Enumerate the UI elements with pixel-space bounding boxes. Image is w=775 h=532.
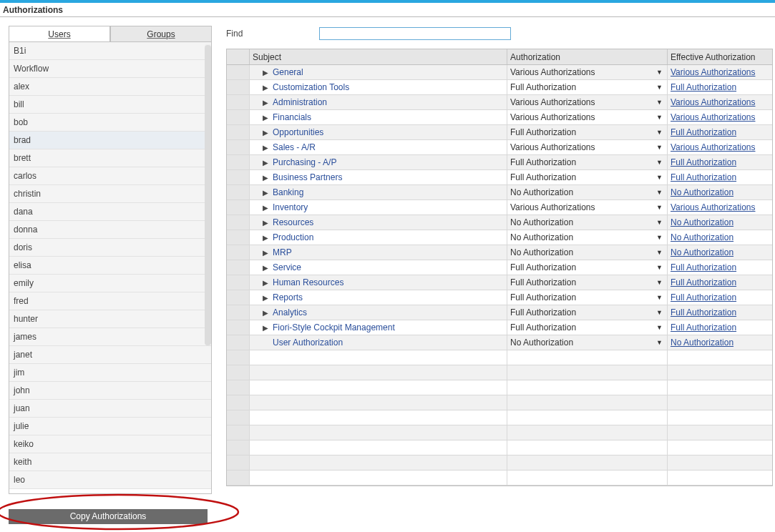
scrollbar[interactable]: [205, 44, 211, 344]
authorization-cell[interactable]: Full Authorization▼: [507, 125, 668, 139]
row-handle[interactable]: [227, 125, 250, 139]
subject-cell[interactable]: ▶Reports: [250, 290, 507, 305]
expand-icon[interactable]: ▶: [263, 305, 268, 320]
tab-groups[interactable]: Groups: [110, 26, 212, 41]
user-item[interactable]: julie: [9, 418, 211, 435]
user-item[interactable]: keiko: [9, 435, 211, 453]
column-effective-authorization[interactable]: Effective Authorization: [668, 49, 772, 64]
authorization-cell[interactable]: Full Authorization▼: [507, 320, 668, 335]
effective-authorization-link[interactable]: No Authorization: [668, 245, 772, 260]
authorization-cell[interactable]: Full Authorization▼: [507, 170, 668, 184]
expand-icon[interactable]: ▶: [263, 290, 268, 305]
user-item[interactable]: doris: [9, 239, 211, 257]
expand-icon[interactable]: ▶: [263, 95, 268, 110]
effective-authorization-link[interactable]: Full Authorization: [668, 80, 772, 94]
row-handle[interactable]: [227, 140, 250, 154]
user-item[interactable]: jim: [9, 364, 211, 382]
chevron-down-icon[interactable]: ▼: [656, 140, 667, 155]
chevron-down-icon[interactable]: ▼: [656, 230, 667, 245]
effective-authorization-link[interactable]: Full Authorization: [668, 170, 772, 184]
effective-authorization-link[interactable]: Full Authorization: [668, 125, 772, 139]
subject-cell[interactable]: ▶Resources: [250, 215, 507, 230]
authorization-cell[interactable]: Full Authorization▼: [507, 260, 668, 275]
chevron-down-icon[interactable]: ▼: [656, 80, 667, 95]
row-handle[interactable]: [227, 320, 250, 335]
effective-authorization-link[interactable]: Full Authorization: [668, 260, 772, 275]
row-handle[interactable]: [227, 155, 250, 169]
authorization-cell[interactable]: Full Authorization▼: [507, 275, 668, 290]
row-handle[interactable]: [227, 335, 250, 350]
effective-authorization-link[interactable]: No Authorization: [668, 185, 772, 200]
authorization-cell[interactable]: Full Authorization▼: [507, 155, 668, 169]
user-item[interactable]: janet: [9, 346, 211, 364]
chevron-down-icon[interactable]: ▼: [656, 95, 667, 110]
effective-authorization-link[interactable]: Various Authorizations: [668, 110, 772, 124]
chevron-down-icon[interactable]: ▼: [656, 275, 667, 290]
expand-icon[interactable]: ▶: [263, 215, 268, 230]
tab-users[interactable]: Users: [9, 26, 110, 41]
column-authorization[interactable]: Authorization: [507, 49, 668, 64]
row-handle[interactable]: [227, 170, 250, 184]
user-item[interactable]: keith: [9, 453, 211, 471]
user-item[interactable]: bob: [9, 114, 211, 132]
subject-cell[interactable]: ▶Customization Tools: [250, 80, 507, 94]
row-handle[interactable]: [227, 110, 250, 124]
user-item[interactable]: brett: [9, 149, 211, 167]
expand-icon[interactable]: ▶: [263, 185, 268, 200]
user-item[interactable]: donna: [9, 221, 211, 239]
effective-authorization-link[interactable]: Various Authorizations: [668, 95, 772, 109]
row-handle[interactable]: [227, 215, 250, 230]
effective-authorization-link[interactable]: Full Authorization: [668, 320, 772, 335]
row-handle[interactable]: [227, 65, 250, 79]
effective-authorization-link[interactable]: No Authorization: [668, 335, 772, 350]
authorization-cell[interactable]: Various Authorizations▼: [507, 140, 668, 154]
subject-cell[interactable]: ▶Opportunities: [250, 125, 507, 139]
row-handle[interactable]: [227, 305, 250, 320]
subject-cell[interactable]: ▶Financials: [250, 110, 507, 124]
authorization-cell[interactable]: No Authorization▼: [507, 230, 668, 245]
effective-authorization-link[interactable]: Various Authorizations: [668, 200, 772, 215]
expand-icon[interactable]: ▶: [263, 65, 268, 80]
chevron-down-icon[interactable]: ▼: [656, 65, 667, 80]
user-item[interactable]: brad: [9, 132, 211, 149]
chevron-down-icon[interactable]: ▼: [656, 260, 667, 275]
authorization-cell[interactable]: No Authorization▼: [507, 185, 668, 200]
expand-icon[interactable]: ▶: [263, 200, 268, 215]
subject-cell[interactable]: ▶Sales - A/R: [250, 140, 507, 154]
authorization-cell[interactable]: Full Authorization▼: [507, 80, 668, 94]
chevron-down-icon[interactable]: ▼: [656, 125, 667, 140]
authorization-cell[interactable]: Various Authorizations▼: [507, 95, 668, 109]
effective-authorization-link[interactable]: Full Authorization: [668, 275, 772, 290]
user-item[interactable]: leo: [9, 471, 211, 489]
row-handle[interactable]: [227, 95, 250, 109]
chevron-down-icon[interactable]: ▼: [656, 185, 667, 200]
effective-authorization-link[interactable]: No Authorization: [668, 230, 772, 245]
subject-cell[interactable]: ▶Banking: [250, 185, 507, 200]
user-item[interactable]: bill: [9, 96, 211, 114]
subject-cell[interactable]: ▶Human Resources: [250, 275, 507, 290]
chevron-down-icon[interactable]: ▼: [656, 110, 667, 125]
subject-cell[interactable]: User Authorization: [250, 335, 507, 350]
authorization-cell[interactable]: No Authorization▼: [507, 245, 668, 260]
expand-icon[interactable]: ▶: [263, 155, 268, 170]
subject-cell[interactable]: ▶Inventory: [250, 200, 507, 215]
chevron-down-icon[interactable]: ▼: [656, 155, 667, 170]
chevron-down-icon[interactable]: ▼: [656, 305, 667, 320]
row-handle[interactable]: [227, 185, 250, 200]
user-item[interactable]: alex: [9, 78, 211, 96]
chevron-down-icon[interactable]: ▼: [656, 335, 667, 350]
subject-cell[interactable]: ▶Production: [250, 230, 507, 245]
subject-cell[interactable]: ▶Purchasing - A/P: [250, 155, 507, 169]
expand-icon[interactable]: ▶: [263, 320, 268, 335]
row-handle[interactable]: [227, 80, 250, 94]
user-item[interactable]: james: [9, 328, 211, 346]
expand-icon[interactable]: ▶: [263, 230, 268, 245]
effective-authorization-link[interactable]: Various Authorizations: [668, 65, 772, 79]
user-item[interactable]: B1i: [9, 42, 211, 60]
user-item[interactable]: john: [9, 382, 211, 400]
find-input[interactable]: [319, 27, 511, 40]
column-subject[interactable]: Subject: [250, 49, 507, 64]
expand-icon[interactable]: ▶: [263, 260, 268, 275]
effective-authorization-link[interactable]: Various Authorizations: [668, 140, 772, 154]
chevron-down-icon[interactable]: ▼: [656, 200, 667, 215]
